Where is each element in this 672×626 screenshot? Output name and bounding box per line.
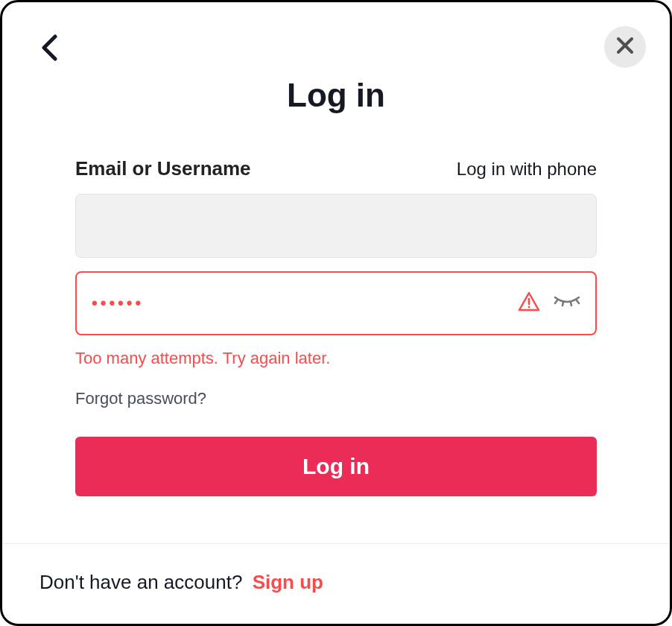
svg-line-4 (571, 303, 571, 306)
svg-point-1 (528, 306, 530, 309)
login-with-phone-link[interactable]: Log in with phone (457, 159, 597, 180)
svg-line-5 (577, 300, 579, 303)
forgot-password-link[interactable]: Forgot password? (75, 389, 206, 408)
signup-prompt: Don't have an account? (39, 571, 242, 593)
username-input-wrap (75, 194, 597, 258)
modal-title: Log in (2, 77, 670, 114)
back-button[interactable] (32, 32, 66, 66)
username-input[interactable] (75, 194, 597, 258)
password-input-wrap[interactable]: •••••• (75, 271, 597, 335)
eye-closed-icon[interactable] (554, 294, 580, 312)
warning-icon (518, 291, 540, 315)
label-row: Email or Username Log in with phone (75, 157, 597, 180)
modal-footer: Don't have an account? Sign up (2, 543, 670, 624)
login-button[interactable]: Log in (75, 437, 597, 496)
svg-line-3 (562, 303, 563, 306)
username-label: Email or Username (75, 157, 251, 180)
login-form: Email or Username Log in with phone ••••… (2, 157, 670, 543)
close-button[interactable] (604, 26, 646, 68)
signup-link[interactable]: Sign up (253, 571, 323, 593)
close-icon (616, 37, 634, 57)
chevron-left-icon (41, 34, 57, 64)
password-input[interactable]: •••••• (92, 295, 504, 312)
modal-header: Log in (2, 2, 670, 114)
error-message: Too many attempts. Try again later. (75, 349, 597, 368)
svg-line-2 (555, 300, 557, 303)
login-modal: Log in Email or Username Log in with pho… (0, 0, 672, 626)
